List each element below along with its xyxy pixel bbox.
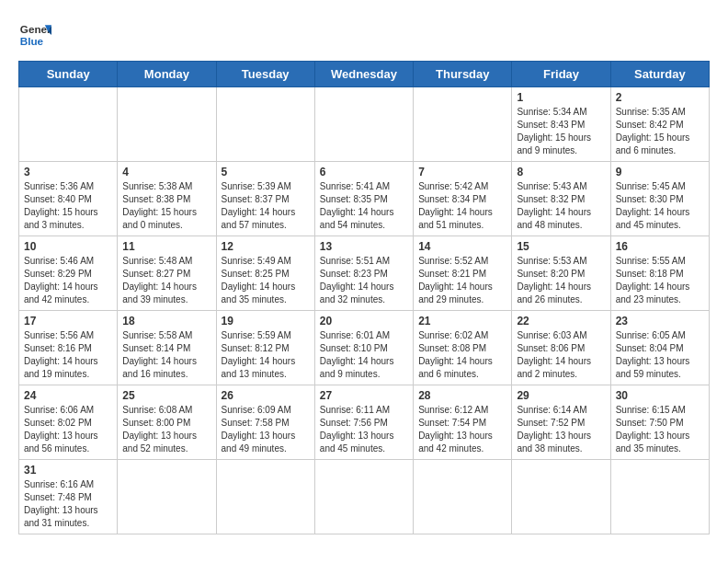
- day-cell: 28Sunrise: 6:12 AM Sunset: 7:54 PM Dayli…: [414, 385, 512, 460]
- day-info: Sunrise: 5:49 AM Sunset: 8:25 PM Dayligh…: [222, 255, 310, 306]
- day-cell: 31Sunrise: 6:16 AM Sunset: 7:48 PM Dayli…: [19, 460, 118, 534]
- day-number: 3: [24, 166, 112, 178]
- week-row-5: 24Sunrise: 6:06 AM Sunset: 8:02 PM Dayli…: [19, 385, 710, 460]
- day-cell: [118, 460, 216, 534]
- day-cell: 12Sunrise: 5:49 AM Sunset: 8:25 PM Dayli…: [216, 236, 314, 311]
- day-number: 1: [517, 91, 605, 104]
- calendar-table: SundayMondayTuesdayWednesdayThursdayFrid…: [18, 61, 710, 534]
- calendar-page: General Blue SundayMondayTuesdayWednesda…: [0, 0, 728, 553]
- week-row-2: 3Sunrise: 5:36 AM Sunset: 8:40 PM Daylig…: [19, 162, 710, 236]
- day-info: Sunrise: 5:42 AM Sunset: 8:34 PM Dayligh…: [418, 180, 506, 232]
- day-cell: 21Sunrise: 6:02 AM Sunset: 8:08 PM Dayli…: [414, 311, 512, 385]
- day-number: 23: [616, 315, 704, 327]
- day-number: 16: [616, 240, 704, 253]
- day-cell: [216, 460, 314, 534]
- day-number: 19: [222, 315, 310, 327]
- day-number: 22: [517, 315, 605, 327]
- day-cell: 15Sunrise: 5:53 AM Sunset: 8:20 PM Dayli…: [512, 236, 610, 311]
- day-number: 28: [418, 389, 506, 402]
- day-info: Sunrise: 5:38 AM Sunset: 8:38 PM Dayligh…: [122, 180, 210, 232]
- svg-text:General: General: [20, 23, 51, 35]
- day-cell: 27Sunrise: 6:11 AM Sunset: 7:56 PM Dayli…: [314, 385, 413, 460]
- day-info: Sunrise: 5:34 AM Sunset: 8:43 PM Dayligh…: [517, 106, 605, 157]
- day-cell: 9Sunrise: 5:45 AM Sunset: 8:30 PM Daylig…: [610, 162, 709, 236]
- day-number: 13: [320, 240, 408, 253]
- day-info: Sunrise: 5:39 AM Sunset: 8:37 PM Dayligh…: [222, 180, 310, 232]
- day-header-monday: Monday: [118, 62, 216, 87]
- day-info: Sunrise: 5:53 AM Sunset: 8:20 PM Dayligh…: [517, 255, 605, 306]
- day-cell: [610, 460, 709, 534]
- day-cell: 17Sunrise: 5:56 AM Sunset: 8:16 PM Dayli…: [19, 311, 118, 385]
- day-cell: [314, 87, 413, 162]
- day-info: Sunrise: 5:46 AM Sunset: 8:29 PM Dayligh…: [24, 255, 112, 306]
- week-row-3: 10Sunrise: 5:46 AM Sunset: 8:29 PM Dayli…: [19, 236, 710, 311]
- day-cell: 7Sunrise: 5:42 AM Sunset: 8:34 PM Daylig…: [414, 162, 512, 236]
- day-info: Sunrise: 6:09 AM Sunset: 7:58 PM Dayligh…: [222, 404, 310, 455]
- day-cell: 1Sunrise: 5:34 AM Sunset: 8:43 PM Daylig…: [512, 87, 610, 162]
- day-cell: 6Sunrise: 5:41 AM Sunset: 8:35 PM Daylig…: [314, 162, 413, 236]
- day-cell: 4Sunrise: 5:38 AM Sunset: 8:38 PM Daylig…: [118, 162, 216, 236]
- day-info: Sunrise: 6:01 AM Sunset: 8:10 PM Dayligh…: [320, 329, 408, 381]
- day-header-wednesday: Wednesday: [314, 62, 413, 87]
- day-cell: 14Sunrise: 5:52 AM Sunset: 8:21 PM Dayli…: [414, 236, 512, 311]
- day-number: 8: [517, 166, 605, 178]
- header: General Blue: [18, 18, 710, 52]
- day-info: Sunrise: 5:35 AM Sunset: 8:42 PM Dayligh…: [616, 106, 704, 157]
- day-info: Sunrise: 6:02 AM Sunset: 8:08 PM Dayligh…: [418, 329, 506, 381]
- day-info: Sunrise: 5:59 AM Sunset: 8:12 PM Dayligh…: [222, 329, 310, 381]
- day-number: 5: [222, 166, 310, 178]
- day-number: 17: [24, 315, 112, 327]
- day-number: 18: [122, 315, 210, 327]
- week-row-6: 31Sunrise: 6:16 AM Sunset: 7:48 PM Dayli…: [19, 460, 710, 534]
- day-header-thursday: Thursday: [414, 62, 512, 87]
- day-cell: 23Sunrise: 6:05 AM Sunset: 8:04 PM Dayli…: [610, 311, 709, 385]
- day-cell: [19, 87, 118, 162]
- day-header-sunday: Sunday: [19, 62, 118, 87]
- day-info: Sunrise: 6:11 AM Sunset: 7:56 PM Dayligh…: [320, 404, 408, 455]
- day-info: Sunrise: 5:43 AM Sunset: 8:32 PM Dayligh…: [517, 180, 605, 232]
- day-info: Sunrise: 6:12 AM Sunset: 7:54 PM Dayligh…: [418, 404, 506, 455]
- day-number: 21: [418, 315, 506, 327]
- day-cell: 5Sunrise: 5:39 AM Sunset: 8:37 PM Daylig…: [216, 162, 314, 236]
- svg-text:Blue: Blue: [20, 35, 44, 47]
- day-number: 26: [222, 389, 310, 402]
- day-info: Sunrise: 5:48 AM Sunset: 8:27 PM Dayligh…: [122, 255, 210, 306]
- day-cell: 20Sunrise: 6:01 AM Sunset: 8:10 PM Dayli…: [314, 311, 413, 385]
- day-info: Sunrise: 5:55 AM Sunset: 8:18 PM Dayligh…: [616, 255, 704, 306]
- day-cell: 25Sunrise: 6:08 AM Sunset: 8:00 PM Dayli…: [118, 385, 216, 460]
- day-cell: 16Sunrise: 5:55 AM Sunset: 8:18 PM Dayli…: [610, 236, 709, 311]
- day-cell: 30Sunrise: 6:15 AM Sunset: 7:50 PM Dayli…: [610, 385, 709, 460]
- day-info: Sunrise: 5:41 AM Sunset: 8:35 PM Dayligh…: [320, 180, 408, 232]
- day-info: Sunrise: 6:05 AM Sunset: 8:04 PM Dayligh…: [616, 329, 704, 381]
- day-info: Sunrise: 6:03 AM Sunset: 8:06 PM Dayligh…: [517, 329, 605, 381]
- day-info: Sunrise: 5:45 AM Sunset: 8:30 PM Dayligh…: [616, 180, 704, 232]
- day-cell: 26Sunrise: 6:09 AM Sunset: 7:58 PM Dayli…: [216, 385, 314, 460]
- day-info: Sunrise: 5:51 AM Sunset: 8:23 PM Dayligh…: [320, 255, 408, 306]
- day-number: 29: [517, 389, 605, 402]
- logo: General Blue: [18, 18, 51, 52]
- day-info: Sunrise: 6:14 AM Sunset: 7:52 PM Dayligh…: [517, 404, 605, 455]
- week-row-1: 1Sunrise: 5:34 AM Sunset: 8:43 PM Daylig…: [19, 87, 710, 162]
- day-cell: 13Sunrise: 5:51 AM Sunset: 8:23 PM Dayli…: [314, 236, 413, 311]
- day-info: Sunrise: 5:58 AM Sunset: 8:14 PM Dayligh…: [122, 329, 210, 381]
- day-number: 24: [24, 389, 112, 402]
- day-cell: 18Sunrise: 5:58 AM Sunset: 8:14 PM Dayli…: [118, 311, 216, 385]
- day-cell: [414, 87, 512, 162]
- day-header-saturday: Saturday: [610, 62, 709, 87]
- day-number: 9: [616, 166, 704, 178]
- day-info: Sunrise: 5:52 AM Sunset: 8:21 PM Dayligh…: [418, 255, 506, 306]
- day-number: 15: [517, 240, 605, 253]
- day-number: 2: [616, 91, 704, 104]
- day-cell: [118, 87, 216, 162]
- day-number: 7: [418, 166, 506, 178]
- day-info: Sunrise: 6:06 AM Sunset: 8:02 PM Dayligh…: [24, 404, 112, 455]
- day-cell: 2Sunrise: 5:35 AM Sunset: 8:42 PM Daylig…: [610, 87, 709, 162]
- day-number: 14: [418, 240, 506, 253]
- day-info: Sunrise: 5:56 AM Sunset: 8:16 PM Dayligh…: [24, 329, 112, 381]
- header-row: SundayMondayTuesdayWednesdayThursdayFrid…: [19, 62, 710, 87]
- day-number: 4: [122, 166, 210, 178]
- logo-icon: General Blue: [18, 18, 51, 52]
- day-cell: 11Sunrise: 5:48 AM Sunset: 8:27 PM Dayli…: [118, 236, 216, 311]
- day-info: Sunrise: 6:08 AM Sunset: 8:00 PM Dayligh…: [122, 404, 210, 455]
- day-number: 10: [24, 240, 112, 253]
